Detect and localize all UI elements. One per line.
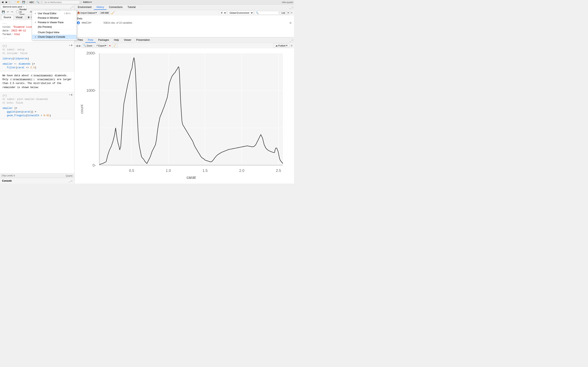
plot-prev-btn[interactable]: ◀ xyxy=(76,44,78,47)
clean-env-btn[interactable]: 🧹 xyxy=(111,11,114,15)
x-axis-title: carat xyxy=(187,175,196,180)
console-actions: _ □ xyxy=(69,180,72,182)
top-right-minimize[interactable]: _ xyxy=(290,6,291,9)
variable-desc: 53814 obs. of 10 variables xyxy=(104,21,132,24)
dropdown-chunk-console[interactable]: ✓ Chunk Output in Console xyxy=(32,35,77,39)
tab-filename: diamond-sizes.qmd xyxy=(3,6,22,8)
dropdown-sep1 xyxy=(32,30,77,30)
right-pane: Environment History Connections Tutorial… xyxy=(75,4,294,184)
export-arrow-icon: ▾ xyxy=(105,44,106,47)
editor-tab-bar: diamond-sizes.qmd ✕ _ □ xyxy=(0,4,74,9)
main-layout: diamond-sizes.qmd ✕ _ □ 💾 ↩ ↪ Render on xyxy=(0,4,294,184)
console-minimize-btn[interactable]: _ xyxy=(69,180,70,182)
dropdown-preview-window[interactable]: Preview in Window xyxy=(32,16,77,20)
render-dropdown-menu: ✓ Use Visual Editor ⇧⌘F4 Preview in Wind… xyxy=(32,10,77,40)
list-view-btn[interactable]: List xyxy=(280,11,287,15)
import-arrow-icon: ▾ xyxy=(95,11,97,14)
check-use-visual: ✓ xyxy=(35,12,38,15)
editor-content: --- title: "Diamond sizes" date: 2022-09… xyxy=(0,20,74,173)
env-search[interactable] xyxy=(254,11,279,15)
chunk1-settings-btn[interactable]: ≡ xyxy=(69,44,70,47)
editor-minimize-btn[interactable]: _ xyxy=(70,5,72,8)
go-to-file-input[interactable] xyxy=(43,0,80,4)
x-label-20: 2.0 xyxy=(239,168,244,173)
x-label-25: 2.5 xyxy=(276,168,281,173)
publish-btn[interactable]: ☁ Publish ▾ xyxy=(273,44,290,48)
list-dropdown-btn[interactable]: ▾ xyxy=(287,11,290,15)
publish-icon: ☁ xyxy=(276,44,278,47)
tab-history[interactable]: History xyxy=(94,5,106,10)
undo-btn[interactable]: ↩ xyxy=(6,10,9,13)
editor-tab[interactable]: diamond-sizes.qmd ✕ xyxy=(1,5,26,8)
data-icon: ▣ xyxy=(77,21,80,24)
delete-plot-btn[interactable]: ✕ xyxy=(109,44,111,47)
app-container: ◀ ▶ 📄 📂 💾 ABC 🔍 Addins ▾ r4ds-quarto dia… xyxy=(0,0,294,184)
bottom-right-minimize[interactable]: _ xyxy=(290,39,291,42)
bottom-right-panel: Files Plots Packages Help Viewer Present… xyxy=(75,37,294,184)
plot-area: 0- 1000- 2000- count 0.5 1.0 1.5 2.0 2.5 xyxy=(75,48,294,184)
sep-tabs xyxy=(26,16,26,19)
tab-packages[interactable]: Packages xyxy=(96,38,112,43)
sep4 xyxy=(81,1,81,4)
editor-maximize-btn[interactable]: □ xyxy=(72,5,73,8)
tab-help[interactable]: Help xyxy=(112,38,121,43)
tab-files[interactable]: Files xyxy=(75,38,85,43)
save-file-btn[interactable]: 💾 xyxy=(1,10,6,13)
spell-check-btn[interactable]: ABC xyxy=(29,1,35,4)
bottom-right-maximize[interactable]: □ xyxy=(292,39,293,42)
dropdown-use-visual-editor[interactable]: ✓ Use Visual Editor ⇧⌘F4 xyxy=(32,11,77,16)
publish-arrow-icon: ▾ xyxy=(286,44,287,47)
import-dataset-btn[interactable]: 📥 Import Dataset ▾ xyxy=(76,11,98,15)
clear-plots-btn[interactable]: 🧹 xyxy=(112,44,118,48)
zoom-btn[interactable]: 🔍 Zoom xyxy=(82,44,94,48)
visual-tab[interactable]: Visual xyxy=(13,15,25,20)
forward-btn[interactable]: ▶ xyxy=(5,1,8,4)
find-btn[interactable]: 🔍 xyxy=(36,1,40,4)
dropdown-preview-viewer[interactable]: ✓ Preview in Viewer Pane xyxy=(32,20,77,25)
plot-settings-btn[interactable]: ⚙ xyxy=(291,44,293,47)
console-bar: Console _ □ xyxy=(0,178,74,184)
chunk2-run-btn[interactable]: ▶ xyxy=(71,93,73,96)
source-tab[interactable]: Source xyxy=(1,15,13,20)
broom-icon: 🧹 xyxy=(113,44,116,47)
view-data-btn[interactable]: ⊞ xyxy=(290,21,292,24)
export-icon: ↗ xyxy=(96,44,98,47)
tab-connections[interactable]: Connections xyxy=(107,5,125,10)
r-select[interactable]: R xyxy=(219,11,227,15)
x-label-10: 1.0 xyxy=(166,168,171,173)
chunk2-settings-btn[interactable]: ≡ xyxy=(69,93,70,96)
tab-viewer[interactable]: Viewer xyxy=(121,38,134,43)
open-file-btn[interactable]: 📂 xyxy=(16,1,21,4)
dropdown-chunk-inline[interactable]: Chunk Output Inline xyxy=(32,30,77,35)
save-btn[interactable]: 💾 xyxy=(21,1,26,4)
variable-name[interactable]: smaller xyxy=(81,21,102,24)
tab-tutorial[interactable]: Tutorial xyxy=(125,5,138,10)
x-label-05: 0.5 xyxy=(129,168,134,173)
editor-status-left: (Top Level) ≎ xyxy=(2,174,15,177)
app-title: r4ds-quarto xyxy=(282,1,293,3)
export-btn[interactable]: ↗ Export ▾ xyxy=(95,44,108,48)
y-label-2000: 2000- xyxy=(86,51,96,55)
tab-close-icon[interactable]: ✕ xyxy=(23,6,25,8)
bold-btn[interactable]: B xyxy=(27,16,30,19)
plot-next-btn[interactable]: ▶ xyxy=(79,44,81,47)
global-env-select[interactable]: Global Environment xyxy=(228,11,254,15)
addins-btn[interactable]: Addins ▾ xyxy=(82,1,93,4)
y-axis-title: count xyxy=(79,105,84,114)
refresh-env-btn[interactable]: ↻ xyxy=(291,11,293,14)
editor-window-btns: _ □ xyxy=(70,5,73,8)
chunk1-run-btn[interactable]: ▶ xyxy=(71,44,73,47)
top-right-maximize[interactable]: □ xyxy=(292,6,293,9)
new-file-btn[interactable]: 📄 xyxy=(11,1,15,4)
tab-environment[interactable]: Environment xyxy=(75,5,94,10)
data-row-smaller: ▣ smaller 53814 obs. of 10 variables ⊞ xyxy=(77,21,292,25)
import-icon: 📥 xyxy=(77,11,80,14)
tab-plots[interactable]: Plots xyxy=(85,38,96,43)
back-btn[interactable]: ◀ xyxy=(1,1,4,4)
dropdown-no-preview[interactable]: (No Preview) xyxy=(32,25,77,29)
memory-badge: 248 MiB xyxy=(99,11,110,15)
tab-presentation[interactable]: Presentation xyxy=(134,38,152,43)
render-on-save-checkbox[interactable] xyxy=(16,10,19,13)
console-maximize-btn[interactable]: □ xyxy=(71,180,72,182)
redo-btn[interactable]: ↪ xyxy=(10,10,14,13)
